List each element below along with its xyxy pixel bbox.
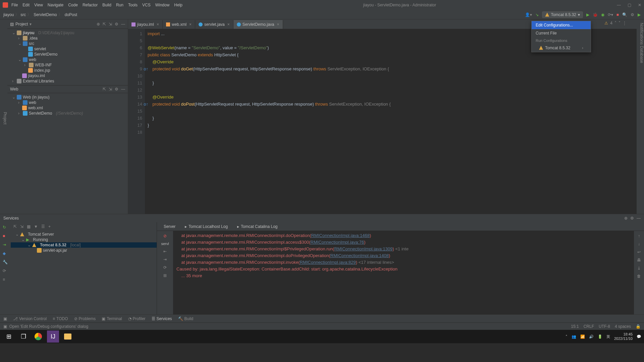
tray-date[interactable]: 2022/11/10	[614, 337, 633, 341]
menu-vcs[interactable]: VCS	[142, 3, 151, 7]
svc-tab-server[interactable]: Server	[159, 223, 180, 230]
print-icon[interactable]: 🖶	[637, 258, 641, 262]
expand-icon[interactable]: ⇱	[103, 22, 106, 26]
arrow-icon[interactable]: ⇥	[163, 257, 167, 262]
tab-version-control[interactable]: ⎇Version Control	[13, 316, 47, 321]
menu-run[interactable]: Run	[116, 3, 123, 7]
profile-icon[interactable]: ⟳▾	[608, 12, 613, 17]
wrap-icon[interactable]: ↩	[637, 250, 641, 254]
arrow-icon[interactable]: ⇤	[163, 249, 167, 254]
select-opened-icon[interactable]: ⊕	[97, 22, 100, 26]
refresh-icon[interactable]: ⟳	[163, 265, 167, 270]
svc-tab-catalina[interactable]: ▸Tomcat Catalina Log	[232, 223, 282, 230]
svc-tomcat-server[interactable]: ⌄ Tomcat Server	[11, 232, 157, 237]
stack-icon[interactable]: ≡	[3, 277, 8, 283]
close-icon[interactable]: ×	[277, 22, 279, 27]
stop-icon[interactable]: ■	[3, 234, 8, 239]
chevron-up-icon[interactable]: ˄	[614, 21, 616, 25]
breadcrumb-src[interactable]: src	[20, 12, 26, 17]
tree-extlib[interactable]: ›External Libraries	[7, 78, 128, 84]
status-encoding[interactable]: UTF-8	[599, 324, 610, 329]
breadcrumb-method[interactable]: doPost	[64, 12, 77, 17]
tray-people-icon[interactable]: 👥	[572, 335, 576, 339]
console-output[interactable]: at javax.management.remote.rmi.RMIConnec…	[173, 231, 634, 314]
start-button[interactable]: ⊞	[3, 330, 15, 343]
svc-running[interactable]: ⌄▶ Running	[11, 237, 157, 242]
menu-tools[interactable]: Tools	[128, 3, 138, 7]
run-icon[interactable]: ▶	[586, 12, 589, 17]
up-icon[interactable]: ↑	[638, 234, 640, 238]
tree-webinf[interactable]: ›WEB-INF	[7, 62, 128, 68]
tab-iml[interactable]: jiayou.iml×	[128, 20, 163, 29]
breadcrumb-project[interactable]: jiayou	[3, 12, 14, 17]
tray-battery-icon[interactable]: 🔋	[598, 335, 602, 339]
tab-profiler[interactable]: ◔Profiler	[128, 316, 146, 321]
svc-jar[interactable]: servlet-api.jar	[11, 248, 157, 253]
maximize-icon[interactable]: ▢	[628, 3, 631, 7]
web-tree-webxml[interactable]: web.xml	[7, 105, 128, 111]
right-tool-rail[interactable]: Notifications Database	[637, 19, 644, 214]
filter-icon[interactable]: ▼	[34, 224, 38, 229]
tray-wifi-icon[interactable]: 📶	[580, 335, 585, 339]
svc-tomcat-instance[interactable]: ⌄ Tomcat 8.5.32 [local]	[11, 242, 157, 248]
tab-servlet[interactable]: servlet.java×	[195, 20, 233, 29]
tray-time[interactable]: 18:45	[614, 332, 633, 337]
breadcrumb-class[interactable]: ServletDemo	[33, 12, 57, 17]
status-position[interactable]: 15:1	[571, 324, 579, 329]
gear-icon[interactable]: ⚙	[115, 87, 118, 92]
tree-root[interactable]: ⌄jiayou D:\IDEA\day1\jiayou	[7, 30, 128, 36]
code-editor[interactable]: 1 5 6 7 8 9o↑ 10 11 12 13 14o↑ 15 16 17 …	[128, 29, 637, 214]
coverage-icon[interactable]: ◉	[601, 12, 604, 17]
expand-console-icon[interactable]: ⊞	[163, 273, 167, 278]
stop-icon[interactable]: ■	[616, 12, 619, 17]
menu-edit[interactable]: Edit	[22, 3, 30, 7]
left-tool-rail[interactable]: Project	[0, 19, 7, 214]
dropdown-current-file[interactable]: Current File	[532, 29, 591, 37]
web-tree-web[interactable]: ›web	[7, 100, 128, 105]
menu-window[interactable]: Window	[155, 3, 170, 7]
tray-notif-icon[interactable]: 💬	[637, 335, 641, 339]
inspection-widget[interactable]: ⚠4 ˄ ˅ ⋮	[604, 21, 627, 25]
menu-file[interactable]: File	[11, 3, 18, 7]
tree-servlet[interactable]: servlet	[7, 46, 128, 52]
tab-terminal[interactable]: ▣Terminal	[102, 316, 122, 321]
chrome-icon[interactable]	[32, 330, 44, 343]
expand-icon[interactable]: ⇱	[13, 224, 17, 229]
tray-up-icon[interactable]: ˄	[566, 335, 568, 339]
debug-icon[interactable]: 🐞	[593, 12, 598, 17]
hide-icon[interactable]: —	[637, 216, 641, 221]
reload-icon[interactable]: ⟳	[3, 268, 8, 274]
hide-icon[interactable]: —	[121, 87, 125, 92]
clear-icon[interactable]: 🗑	[637, 274, 641, 279]
svc-tab-localhost[interactable]: ▸Tomcat Localhost Log	[180, 223, 232, 230]
attach-icon[interactable]: ◆	[3, 251, 8, 256]
run-config-selector[interactable]: Tomcat 8.5.32 ▾	[542, 11, 583, 18]
list-icon[interactable]: ☰	[41, 224, 45, 229]
menu-code[interactable]: Code	[68, 3, 78, 7]
close-icon[interactable]: ×	[189, 22, 192, 27]
search-icon[interactable]: 🔍	[622, 12, 627, 17]
status-icon[interactable]: ▣	[3, 324, 7, 329]
deploy-icon[interactable]: ⇥	[3, 242, 8, 248]
tab-services[interactable]: ☰Services	[152, 316, 172, 321]
override-gutter-icon[interactable]: o↑	[144, 65, 148, 70]
hammer-icon[interactable]: ↘	[535, 12, 539, 17]
tab-build[interactable]: 🔨Build	[178, 316, 194, 321]
more-icon[interactable]: ⋮	[623, 21, 627, 25]
dropdown-edit-configs[interactable]: Edit Configurations...	[532, 21, 591, 29]
close-icon[interactable]: ×	[227, 22, 230, 27]
dropdown-tomcat[interactable]: Tomcat 8.5.32 ›	[532, 44, 591, 52]
chevron-down-icon[interactable]: ˅	[619, 21, 621, 25]
expand-icon[interactable]: ⇱	[103, 87, 106, 92]
tab-webxml[interactable]: web.xml×	[163, 20, 195, 29]
scroll-icon[interactable]: ⤓	[637, 266, 641, 270]
override-gutter-icon[interactable]: o↑	[144, 101, 148, 105]
menu-navigate[interactable]: Navigate	[48, 3, 63, 7]
minimize-icon[interactable]: —	[617, 3, 621, 7]
lock-icon[interactable]: 🔒	[636, 324, 641, 329]
play-extra-icon[interactable]: ▶	[638, 12, 641, 17]
add-icon[interactable]: +	[48, 224, 51, 229]
hide-icon[interactable]: —	[121, 22, 125, 26]
collapse-icon[interactable]: ⇲	[20, 224, 23, 229]
rerun-icon[interactable]: ↻	[3, 225, 8, 230]
